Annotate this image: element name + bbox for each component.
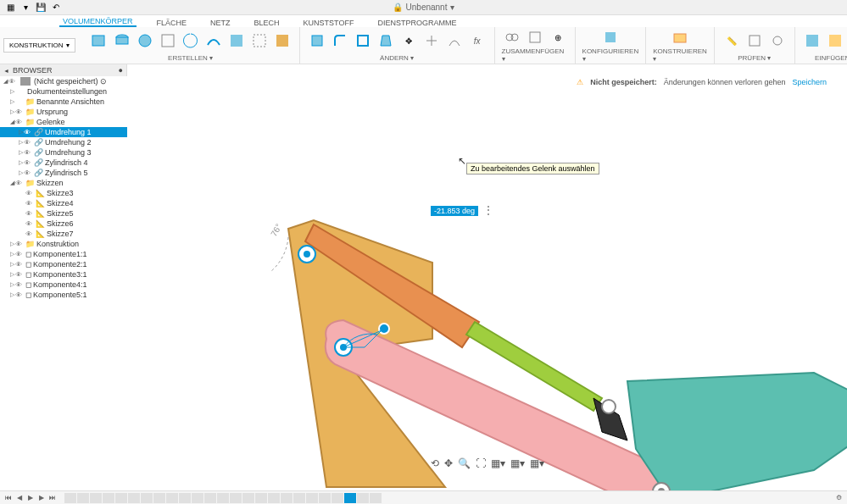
as-built-joint-icon[interactable]: [525, 27, 545, 47]
timeline-item[interactable]: [192, 493, 203, 503]
tab-flaeche[interactable]: FLÄCHE: [153, 19, 191, 27]
timeline-settings-icon[interactable]: ⚙: [833, 493, 844, 503]
tree-komp4[interactable]: ▷👁◻Komponente4:1: [0, 280, 127, 290]
orbit-icon[interactable]: ⟲: [431, 457, 439, 469]
timeline-end-icon[interactable]: ⏭: [47, 493, 58, 503]
sphere-icon[interactable]: [135, 30, 155, 51]
timeline-back-icon[interactable]: ◀: [14, 493, 25, 503]
interference-icon[interactable]: [767, 30, 788, 51]
timeline-item[interactable]: [128, 493, 140, 503]
undo-icon[interactable]: ↶: [49, 2, 63, 14]
emboss-icon[interactable]: [272, 30, 293, 51]
press-pull-icon[interactable]: [307, 30, 327, 51]
timeline-item[interactable]: [357, 493, 369, 503]
group-label-erstellen[interactable]: ERSTELLEN ▾: [168, 54, 213, 62]
revolve-icon[interactable]: [181, 30, 201, 51]
viewport-icon[interactable]: ▦▾: [530, 457, 544, 469]
group-label-konfigurieren[interactable]: KONFIGURIEREN ▾: [582, 47, 639, 63]
tree-skizzen[interactable]: ◢👁📁Skizzen: [0, 178, 127, 188]
group-label-aendern[interactable]: ÄNDERN ▾: [380, 54, 414, 62]
sweep-icon[interactable]: [203, 30, 224, 51]
timeline-item[interactable]: [268, 493, 280, 503]
timeline-item-active[interactable]: [344, 493, 356, 503]
timeline-item[interactable]: [217, 493, 229, 503]
delete-icon[interactable]: [444, 30, 465, 51]
save-icon[interactable]: 💾: [34, 2, 47, 14]
group-label-zusammenfuegen[interactable]: ZUSAMMENFÜGEN ▾: [502, 47, 568, 63]
timeline-fwd-icon[interactable]: ▶: [36, 493, 47, 503]
tab-kunststoff[interactable]: KUNSTSTOFF: [300, 19, 358, 27]
timeline-item[interactable]: [103, 493, 114, 503]
tree-konstruktion[interactable]: ▷👁📁Konstruktion: [0, 239, 127, 249]
tree-zylindrisch4[interactable]: ▷👁🔗Zylindrisch 4: [0, 158, 127, 168]
group-label-einfuegen[interactable]: EINFÜGEN ▾: [815, 54, 847, 62]
tree-dokument[interactable]: ▷Dokumenteinstellungen: [0, 86, 127, 97]
timeline-item[interactable]: [255, 493, 267, 503]
tree-ursprung[interactable]: ▷👁📁Ursprung: [0, 107, 127, 117]
timeline-item[interactable]: [64, 493, 76, 503]
joint-origin-icon[interactable]: ⊕: [548, 27, 568, 47]
pan-icon[interactable]: ✥: [444, 457, 453, 469]
group-label-konstruieren[interactable]: KONSTRUIEREN ▾: [653, 47, 707, 63]
shell-icon[interactable]: [353, 30, 373, 51]
timeline-item[interactable]: [153, 493, 165, 503]
timeline-item[interactable]: [90, 493, 102, 503]
timeline-item[interactable]: [319, 493, 331, 503]
timeline-item[interactable]: [166, 493, 178, 503]
tree-komp5[interactable]: ▷👁◻Komponente5:1: [0, 290, 127, 300]
timeline-item[interactable]: [204, 493, 216, 503]
timeline-item[interactable]: [141, 493, 153, 503]
configure-icon[interactable]: [600, 27, 621, 47]
tree-umdrehung1[interactable]: ▷👁🔗Umdrehung 1: [0, 127, 127, 137]
timeline-item[interactable]: [242, 493, 254, 503]
save-link[interactable]: Speichern: [792, 78, 827, 86]
insert-decal-icon[interactable]: [825, 30, 845, 51]
construction-button[interactable]: KONSTRUKTION▾: [3, 38, 75, 53]
file-icon[interactable]: ▾: [19, 2, 32, 14]
timeline-item[interactable]: [179, 493, 191, 503]
timeline-item[interactable]: [115, 493, 127, 503]
tree-skizze5[interactable]: 👁📐Skizze5: [0, 208, 127, 219]
tree-komp3[interactable]: ▷👁◻Komponente3:1: [0, 269, 127, 280]
browser-options-icon[interactable]: ●: [119, 66, 123, 75]
draft-icon[interactable]: [376, 30, 396, 51]
group-label-pruefen[interactable]: PRÜFEN ▾: [738, 54, 771, 62]
tree-umdrehung3[interactable]: ▷👁🔗Umdrehung 3: [0, 147, 127, 158]
browser-header[interactable]: ◄ BROWSER ●: [0, 64, 127, 76]
parameters-icon[interactable]: fx: [467, 30, 488, 51]
app-menu-icon[interactable]: ▦: [3, 2, 17, 14]
rib-icon[interactable]: [249, 30, 270, 51]
tree-ansichten[interactable]: ▷📁Benannte Ansichten: [0, 97, 127, 107]
timeline-item[interactable]: [77, 493, 89, 503]
viewport[interactable]: ⚠ Nicht gespeichert: Änderungen können v…: [127, 76, 847, 483]
extrude-icon[interactable]: [158, 30, 178, 51]
tree-skizze7[interactable]: 👁📐Skizze7: [0, 229, 127, 239]
box-icon[interactable]: [89, 30, 109, 51]
section-icon[interactable]: [744, 30, 765, 51]
grid-icon[interactable]: ▦▾: [510, 457, 525, 469]
align-icon[interactable]: [421, 30, 442, 51]
tree-zylindrisch5[interactable]: ▷👁🔗Zylindrisch 5: [0, 168, 127, 178]
tree-komp1[interactable]: ▷👁◻Komponente1:1: [0, 249, 127, 259]
tab-dienstprogramme[interactable]: DIENSTPROGRAMME: [374, 19, 460, 27]
fit-icon[interactable]: ⛶: [476, 457, 486, 469]
plane-icon[interactable]: [670, 27, 690, 47]
tab-volumenkoerper[interactable]: VOLUMENKÖRPER: [59, 17, 137, 27]
tree-skizze4[interactable]: 👁📐Skizze4: [0, 198, 127, 208]
timeline-item[interactable]: [281, 493, 293, 503]
joint-icon[interactable]: [502, 27, 522, 47]
tab-netz[interactable]: NETZ: [207, 19, 234, 27]
tree-root[interactable]: ◢👁(Nicht gespeichert)⊙: [0, 76, 127, 86]
loft-icon[interactable]: [226, 30, 247, 51]
fillet-icon[interactable]: [330, 30, 350, 51]
move-icon[interactable]: ✥: [398, 30, 419, 51]
angle-value-box[interactable]: -21.853 deg: [431, 206, 478, 216]
zoom-icon[interactable]: 🔍: [458, 457, 471, 469]
timeline-item[interactable]: [370, 493, 382, 503]
dropdown-icon[interactable]: ▾: [450, 3, 454, 12]
display-icon[interactable]: ▦▾: [491, 457, 505, 469]
tree-gelenke[interactable]: ◢👁📁Gelenke: [0, 117, 127, 127]
timeline-item[interactable]: [293, 493, 305, 503]
timeline-item[interactable]: [230, 493, 242, 503]
tree-komp2[interactable]: ▷👁◻Komponente2:1: [0, 259, 127, 269]
